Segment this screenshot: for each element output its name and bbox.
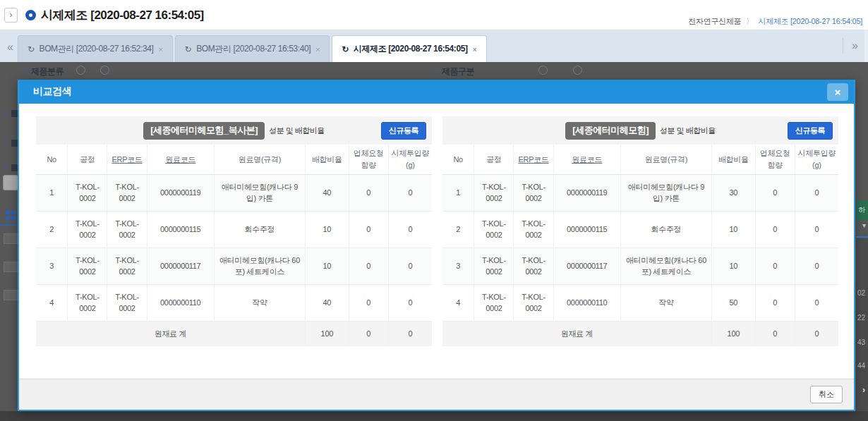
table-cell: 10 (711, 211, 755, 248)
column-header-label: ERP코드 (518, 155, 548, 164)
column-header: 배합비율 (711, 145, 755, 174)
table-cell: 0000000117 (553, 248, 620, 284)
panel-title-badge: [세종에터미헤모힘_복사본] (143, 122, 265, 140)
column-header: 원료코드 (147, 145, 214, 174)
table-row[interactable]: 1T-KOL-0002T-KOL-00020000000119애터미헤모힘(캐나… (442, 174, 838, 211)
tab-inactive[interactable]: ↻BOM관리 [2020-08-27 16:53:40]× (175, 35, 330, 62)
table-total-row: 원재료 계10000 (442, 321, 838, 346)
grid-icon (6, 210, 16, 220)
table-cell: 0 (755, 174, 795, 211)
breadcrumb-current[interactable]: 시제제조 [2020-08-27 16:54:05] (758, 17, 862, 25)
table-cell: T-KOL-0002 (68, 284, 107, 321)
new-register-button[interactable]: 신규등록 (381, 122, 426, 140)
bg-grid-number: 43 (856, 338, 865, 346)
bullet-icon (25, 70, 28, 73)
table-cell: 0 (349, 284, 388, 321)
bg-grid-number: 22 (856, 314, 865, 322)
table-cell: 애터미헤모힘(캐나다 60포) 세트케이스 (620, 248, 711, 284)
table-row[interactable]: 4T-KOL-0002T-KOL-00020000000110작약4000 (36, 284, 432, 321)
table-cell: 0000000119 (147, 174, 214, 211)
breadcrumb: 전자연구신제품 〉 시제제조 [2020-08-27 16:54:05] (688, 16, 868, 30)
tab-inactive[interactable]: ↻BOM관리 [2020-08-27 16:52:34]× (18, 35, 173, 62)
table-cell: 0 (388, 211, 432, 248)
new-register-button[interactable]: 신규등록 (788, 122, 833, 140)
tab-close-icon[interactable]: × (315, 45, 320, 54)
table-row[interactable]: 2T-KOL-0002T-KOL-00020000000115회수주정1000 (36, 211, 432, 248)
table-cell: 애터미헤모힘(캐나다 60포) 세트케이스 (214, 248, 305, 284)
column-header-label: 배합비율 (312, 155, 342, 164)
total-label: 원재료 계 (442, 321, 711, 346)
table-cell: 3 (442, 248, 474, 284)
tab-scroll-left-icon[interactable]: « (7, 41, 13, 54)
title-bar: › 시제제조 [2020-08-27 16:54:05] 전자연구신제품 〉 시… (0, 0, 868, 30)
tab-active[interactable]: ↻시제제조 [2020-08-27 16:54:05]× (332, 35, 486, 62)
table-cell: 0000000119 (553, 174, 620, 211)
column-header-label: 배합비율 (718, 155, 749, 164)
table-cell: 0 (755, 248, 795, 284)
modal-title: 비교검색 (33, 85, 71, 98)
table-cell: 0 (349, 211, 388, 248)
table-cell: T-KOL-0002 (514, 211, 553, 248)
table-cell: 1 (36, 174, 68, 211)
bg-grid-number: 02 (856, 289, 865, 297)
bullet-icon (435, 70, 438, 73)
column-header-label: 시제투입량 (g) (392, 149, 430, 169)
table-cell: 10 (305, 248, 349, 284)
modal-footer: 취소 (19, 379, 854, 410)
table-header-row: No공정ERP코드원료코드원료명(규격)배합비율업체요청 함량시제투입량 (g) (36, 145, 432, 174)
total-value: 0 (349, 321, 388, 346)
column-header-label: 공정 (486, 155, 501, 164)
tab-list: ↻BOM관리 [2020-08-27 16:52:34]×↻BOM관리 [202… (18, 35, 487, 62)
bg-left-list-item (4, 233, 18, 244)
table-row[interactable]: 3T-KOL-0002T-KOL-00020000000117애터미헤모힘(캐나… (36, 248, 432, 284)
table-cell: T-KOL-0002 (68, 174, 107, 211)
table-row[interactable]: 4T-KOL-0002T-KOL-00020000000110작약5000 (442, 284, 838, 321)
table-row[interactable]: 3T-KOL-0002T-KOL-00020000000117애터미헤모힘(캐나… (442, 248, 838, 284)
cancel-button[interactable]: 취소 (810, 386, 843, 403)
composition-table: No공정ERP코드원료코드원료명(규격)배합비율업체요청 함량시제투입량 (g)… (442, 145, 838, 346)
tab-label: BOM관리 [2020-08-27 16:52:34] (40, 43, 154, 55)
table-total-row: 원재료 계10000 (36, 321, 432, 346)
table-cell: 4 (442, 284, 474, 321)
refresh-icon: ↻ (185, 44, 192, 54)
tab-close-icon[interactable]: × (473, 45, 477, 54)
composition-panel-right: [세종에터미헤모힘] 성분 및 배합비율 신규등록 No공정ERP코드원료코드원… (442, 116, 838, 346)
column-header-label: No (453, 155, 462, 164)
table-cell: 0 (795, 248, 838, 284)
table-cell: 0 (795, 284, 838, 321)
column-header-label: ERP코드 (111, 155, 142, 164)
column-header: No (442, 145, 474, 174)
panel-subtitle: 성분 및 배합비율 (269, 126, 325, 136)
table-cell: 40 (305, 174, 349, 211)
column-header: ERP코드 (514, 145, 553, 174)
table-cell: 0000000115 (147, 211, 214, 248)
table-cell: T-KOL-0002 (68, 211, 107, 248)
tabbar-divider (843, 38, 843, 54)
table-cell: 0000000110 (147, 284, 214, 321)
bg-field-label-left: 제품분류 (25, 66, 64, 78)
table-cell: 0 (795, 211, 838, 248)
table-row[interactable]: 1T-KOL-0002T-KOL-00020000000119애터미헤모힘(캐나… (36, 174, 432, 211)
expand-menu-button[interactable]: › (4, 8, 18, 23)
table-cell: T-KOL-0002 (514, 174, 553, 211)
panel-subtitle: 성분 및 배합비율 (660, 126, 716, 136)
total-value: 0 (795, 321, 838, 346)
column-header: 업체요청 함량 (755, 145, 795, 174)
bg-left-list-item (4, 262, 18, 272)
table-cell: 0 (388, 174, 432, 211)
breadcrumb-parent: 전자연구신제품 (688, 17, 741, 25)
table-row[interactable]: 2T-KOL-0002T-KOL-00020000000115회수주정1000 (442, 211, 838, 248)
table-cell: T-KOL-0002 (107, 174, 147, 211)
bg-green-cell: 하 (856, 200, 868, 220)
tabbar-edge (864, 30, 868, 62)
table-cell: 애터미헤모힘(캐나다 9입) 카톤 (214, 174, 305, 211)
table-cell: 0 (388, 284, 432, 321)
composition-panel-left: [세종에터미헤모힘_복사본] 성분 및 배합비율 신규등록 No공정ERP코드원… (36, 116, 432, 346)
column-header: 배합비율 (305, 145, 349, 174)
close-icon[interactable]: × (827, 83, 848, 101)
tab-scroll-right-icon[interactable]: » (852, 39, 858, 52)
tab-close-icon[interactable]: × (159, 45, 163, 54)
refresh-icon: ↻ (28, 44, 35, 54)
bg-field-label-right: 제품구분 (435, 66, 474, 78)
breadcrumb-separator-icon: 〉 (746, 17, 754, 25)
